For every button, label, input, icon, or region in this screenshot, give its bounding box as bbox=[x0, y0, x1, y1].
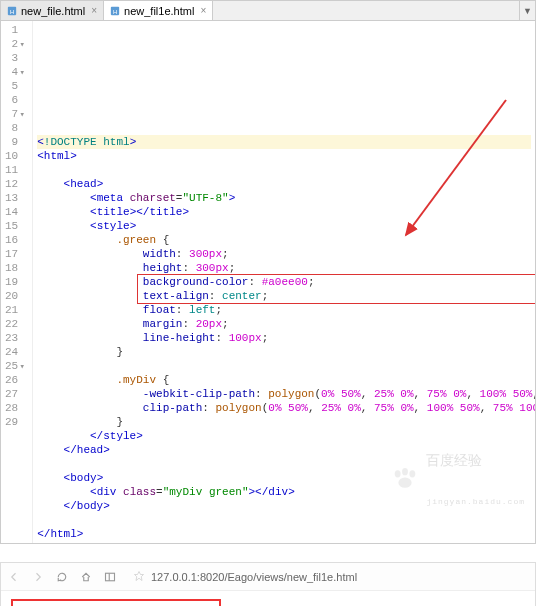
line-number: 11 bbox=[5, 163, 26, 177]
code-line[interactable]: clip-path: polygon(0% 50%, 25% 0%, 75% 0… bbox=[37, 401, 531, 415]
code-line[interactable]: -webkit-clip-path: polygon(0% 50%, 25% 0… bbox=[37, 387, 531, 401]
forward-button[interactable] bbox=[31, 570, 45, 584]
tab-label: new_fil1e.html bbox=[124, 5, 194, 17]
browser-viewport: 四周隐藏了 亿速云 bbox=[1, 591, 535, 606]
browser-toolbar: 127.0.0.1:8020/Eago/views/new_fil1e.html bbox=[1, 563, 535, 591]
close-icon[interactable]: × bbox=[200, 5, 206, 16]
svg-point-6 bbox=[402, 468, 408, 475]
line-number: 10 bbox=[5, 149, 26, 163]
svg-point-8 bbox=[399, 478, 412, 488]
html-file-icon: H bbox=[7, 6, 17, 16]
line-number: 12 bbox=[5, 177, 26, 191]
address-bar[interactable]: 127.0.0.1:8020/Eago/views/new_fil1e.html bbox=[133, 570, 357, 584]
code-line[interactable]: } bbox=[37, 345, 531, 359]
baidu-watermark: 百度经验 jingyan.baidu.com bbox=[324, 425, 525, 537]
line-number: 5 bbox=[5, 79, 26, 93]
line-number: 8 bbox=[5, 121, 26, 135]
code-line[interactable]: background-color: #a0ee00; bbox=[37, 275, 531, 289]
code-line[interactable]: .myDiv { bbox=[37, 373, 531, 387]
line-number: 27 bbox=[5, 387, 26, 401]
browser-panel: 127.0.0.1:8020/Eago/views/new_fil1e.html… bbox=[0, 562, 536, 606]
code-area[interactable]: 1 2▾3 4▾5 6 7▾8 9 10 11 12 13 14 15 16 1… bbox=[1, 21, 535, 543]
svg-point-7 bbox=[410, 470, 416, 477]
code-line[interactable]: <head> bbox=[37, 177, 531, 191]
code-editor-panel: Hnew_file.html×Hnew_fil1e.html× ▼ 1 2▾3 … bbox=[0, 0, 536, 544]
code-line[interactable]: text-align: center; bbox=[37, 289, 531, 303]
line-number: 14 bbox=[5, 205, 26, 219]
line-number: 1 bbox=[5, 23, 26, 37]
code-line[interactable]: <style> bbox=[37, 219, 531, 233]
line-number: 7▾ bbox=[5, 107, 26, 121]
url-text: 127.0.0.1:8020/Eago/views/new_fil1e.html bbox=[151, 571, 357, 583]
code-line[interactable]: .green { bbox=[37, 233, 531, 247]
line-number: 28 bbox=[5, 401, 26, 415]
code-line[interactable]: <title></title> bbox=[37, 205, 531, 219]
tab-label: new_file.html bbox=[21, 5, 85, 17]
code-line[interactable] bbox=[37, 163, 531, 177]
code-line[interactable]: width: 300px; bbox=[37, 247, 531, 261]
svg-rect-9 bbox=[106, 573, 115, 581]
code-line[interactable]: height: 300px; bbox=[37, 261, 531, 275]
code-line[interactable]: <meta charset="UTF-8"> bbox=[37, 191, 531, 205]
code-line[interactable]: <html> bbox=[37, 149, 531, 163]
home-button[interactable] bbox=[79, 570, 93, 584]
editor-tab-1[interactable]: Hnew_fil1e.html× bbox=[104, 1, 213, 20]
code-line[interactable]: <!DOCTYPE html> bbox=[37, 135, 531, 149]
line-number: 15 bbox=[5, 219, 26, 233]
back-button[interactable] bbox=[7, 570, 21, 584]
panel-button[interactable] bbox=[103, 570, 117, 584]
line-number: 25▾ bbox=[5, 359, 26, 373]
editor-tab-bar: Hnew_file.html×Hnew_fil1e.html× ▼ bbox=[1, 1, 535, 21]
editor-tab-0[interactable]: Hnew_file.html× bbox=[1, 1, 104, 20]
line-number: 29 bbox=[5, 415, 26, 429]
line-number: 24 bbox=[5, 345, 26, 359]
line-number: 18 bbox=[5, 261, 26, 275]
paw-icon bbox=[324, 454, 420, 508]
line-number: 13 bbox=[5, 191, 26, 205]
line-number: 3 bbox=[5, 51, 26, 65]
line-number-gutter: 1 2▾3 4▾5 6 7▾8 9 10 11 12 13 14 15 16 1… bbox=[1, 21, 33, 543]
close-icon[interactable]: × bbox=[91, 5, 97, 16]
code-line[interactable]: float: left; bbox=[37, 303, 531, 317]
line-number: 6 bbox=[5, 93, 26, 107]
line-number: 19 bbox=[5, 275, 26, 289]
svg-point-5 bbox=[395, 470, 401, 477]
line-number: 9 bbox=[5, 135, 26, 149]
code-content[interactable]: 百度经验 jingyan.baidu.com <!DOCTYPE html><h… bbox=[33, 21, 535, 543]
bookmark-star-icon[interactable] bbox=[133, 570, 145, 584]
code-line[interactable]: line-height: 100px; bbox=[37, 331, 531, 345]
tab-overflow-dropdown[interactable]: ▼ bbox=[519, 1, 535, 20]
line-number: 20 bbox=[5, 289, 26, 303]
line-number: 22 bbox=[5, 317, 26, 331]
preview-red-box bbox=[11, 599, 221, 606]
code-line[interactable]: margin: 20px; bbox=[37, 317, 531, 331]
watermark-text: 百度经验 bbox=[426, 453, 525, 467]
line-number: 16 bbox=[5, 233, 26, 247]
line-number: 21 bbox=[5, 303, 26, 317]
html-file-icon: H bbox=[110, 6, 120, 16]
svg-marker-11 bbox=[135, 571, 144, 580]
code-line[interactable] bbox=[37, 359, 531, 373]
svg-text:H: H bbox=[10, 8, 14, 14]
line-number: 4▾ bbox=[5, 65, 26, 79]
line-number: 23 bbox=[5, 331, 26, 345]
reload-button[interactable] bbox=[55, 570, 69, 584]
svg-text:H: H bbox=[113, 8, 117, 14]
line-number: 2▾ bbox=[5, 37, 26, 51]
line-number: 17 bbox=[5, 247, 26, 261]
watermark-subtext: jingyan.baidu.com bbox=[426, 495, 525, 509]
line-number: 26 bbox=[5, 373, 26, 387]
